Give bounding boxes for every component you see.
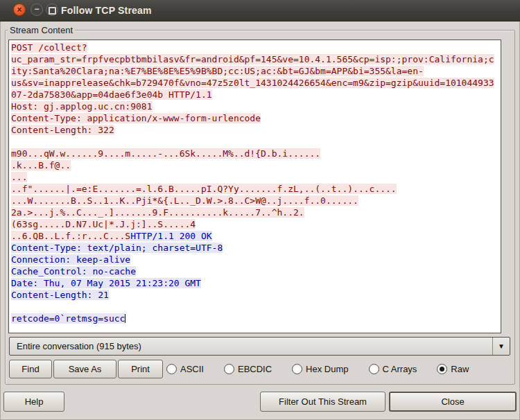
print-button[interactable]: Print <box>118 360 163 378</box>
follow-tcp-stream-window: × − Follow TCP Stream Stream Content POS… <box>0 0 520 420</box>
client-data-text: Content-Type: application/x-www-form-url… <box>11 113 261 123</box>
stream-line: Host: gj.applog.uc.cn:9081 <box>11 100 501 112</box>
radio-label: Raw <box>451 364 469 374</box>
client-data-text: (63sg.....D.N7.Uc|*.J.j:]..S.....4 <box>11 219 196 229</box>
radio-circle-icon <box>224 364 234 374</box>
find-button[interactable]: Find <box>9 360 52 378</box>
client-data-text: us&sv=inapprelease&chk=b729470f&vno=47z5… <box>11 78 494 88</box>
stream-line: POST /collect? <box>11 42 501 53</box>
client-data-text: m90...qW.w......9....m.....-...6Sk.....M… <box>11 148 320 159</box>
stream-content-label: Stream Content <box>8 25 75 35</box>
stream-line: ...W.......B..S..1..K..Pji*&{.L.._D.W.>.… <box>11 195 501 207</box>
radio-circle-icon <box>369 364 379 374</box>
help-button[interactable]: Help <box>3 392 64 412</box>
radio-circle-icon <box>292 364 302 374</box>
radio-hex-dump[interactable]: Hex Dump <box>292 364 348 374</box>
client-data-text: ...W.......B..S..1..K..Pji*&{.L.._D.W.>.… <box>11 195 358 206</box>
server-data-text: Connection: keep-alive <box>11 254 130 265</box>
server-data-text: Cache_Control: no-cache <box>11 266 136 277</box>
close-button[interactable]: Close <box>389 392 517 412</box>
maximize-square-icon <box>49 7 56 15</box>
server-data-text: Content-Type: text/plain; charset=UTF-8 <box>11 243 223 253</box>
stream-line: .k...B.f@.. <box>11 159 501 171</box>
server-data-text: HTTP/1.1 200 OK <box>130 231 211 241</box>
client-data-text: Host: gj.applog.uc.cn:9081 <box>11 101 153 112</box>
stream-line: 2a.>...j.%..C..._.].......9.F..........k… <box>11 207 501 218</box>
stream-line: 07-2da75830&app=04dae6f3e04b HTTP/1.1 <box>11 89 501 100</box>
client-data-text: ity:Santa%20Clara;na:%E7%BE%8E%E5%9B%BD;… <box>11 66 424 76</box>
client-data-text: ..6.QB..L.f.:r...C...S <box>11 231 130 241</box>
stream-line: ity:Santa%20Clara;na:%E7%BE%8E%E5%9B%BD;… <box>11 65 501 77</box>
stream-line: retcode=0`retmsg=succ <box>11 313 501 324</box>
radio-label: ASCII <box>180 364 204 374</box>
chevron-down-icon: ▼ <box>493 338 510 355</box>
radio-c-arrays[interactable]: C Arrays <box>369 364 417 374</box>
text-cursor <box>125 314 125 323</box>
stream-line: Content-Length: 322 <box>11 124 501 136</box>
stream-line: Content-Length: 21 <box>11 289 501 301</box>
stream-line: (63sg.....D.N7.Uc|*.J.j:]..S.....4 <box>11 218 501 230</box>
radio-label: C Arrays <box>383 364 417 374</box>
server-data-text: retcode=0`retmsg=succ <box>11 313 125 324</box>
dropdown-arrow-button[interactable]: ▼ <box>492 338 510 355</box>
stream-line: Content-Type: application/x-www-form-url… <box>11 112 501 124</box>
stream-line: ..f"......|.=e:E.......=.l.6.B.....pI.Q?… <box>11 183 501 195</box>
client-data-text: .k...B.f@.. <box>11 160 71 170</box>
radio-label: Hex Dump <box>306 364 348 374</box>
server-data-text: Date: Thu, 07 May 2015 21:23:20 GMT <box>11 278 201 288</box>
radio-circle-icon <box>166 364 177 374</box>
stream-line: Cache_Control: no-cache <box>11 265 501 277</box>
client-data-text: ... <box>11 172 27 182</box>
server-data-text: Content-Length: 21 <box>11 290 109 300</box>
stream-content-textarea[interactable]: POST /collect?uc_param_str=frpfvecpbtbmb… <box>8 40 501 333</box>
display-mode-radios: ASCIIEBCDICHex DumpC ArraysRaw <box>166 360 469 378</box>
window-title: Follow TCP Stream <box>61 0 152 21</box>
client-data-text: 2a.>...j.%..C..._.].......9.F..........k… <box>11 207 304 218</box>
stream-line: ..6.QB..L.f.:r...C...SHTTP/1.1 200 OK <box>11 230 501 242</box>
dropdown-selected-value: Entire conversation (915 bytes) <box>17 338 141 355</box>
client-data-text: ..f"......|.=e:E.......=.l.6.B.....pI.Q?… <box>11 184 397 194</box>
radio-ascii[interactable]: ASCII <box>166 364 204 374</box>
filter-out-this-stream-button[interactable]: Filter Out This Stream <box>260 392 385 412</box>
radio-circle-icon <box>437 364 447 374</box>
conversation-range-dropdown[interactable]: Entire conversation (915 bytes) ▼ <box>9 337 510 356</box>
stream-line <box>11 301 501 313</box>
stream-line: uc_param_str=frpfvecpbtbmbilasv&fr=andro… <box>11 53 501 65</box>
maximize-window-icon[interactable] <box>46 3 58 16</box>
minimize-window-icon[interactable]: − <box>31 3 43 16</box>
radio-raw[interactable]: Raw <box>437 364 469 374</box>
stream-line: m90...qW.w......9....m.....-...6Sk.....M… <box>11 148 501 159</box>
stream-line: Date: Thu, 07 May 2015 21:23:20 GMT <box>11 277 501 289</box>
client-data-text: 07-2da75830&app=04dae6f3e04b HTTP/1.1 <box>11 89 212 100</box>
save-as-button[interactable]: Save As <box>53 360 116 378</box>
radio-label: EBCDIC <box>238 364 272 374</box>
client-data-text: POST /collect? <box>11 42 87 53</box>
titlebar[interactable]: × − Follow TCP Stream <box>0 0 520 21</box>
stream-line: Content-Type: text/plain; charset=UTF-8 <box>11 242 501 254</box>
stream-line: Connection: keep-alive <box>11 254 501 265</box>
client-data-text: uc_param_str=frpfvecpbtbmbilasv&fr=andro… <box>11 54 494 64</box>
stream-line: ... <box>11 171 501 183</box>
stream-line <box>11 136 501 148</box>
radio-ebcdic[interactable]: EBCDIC <box>224 364 272 374</box>
close-window-icon[interactable]: × <box>13 3 26 16</box>
client-data-text: Content-Length: 322 <box>11 125 114 135</box>
stream-line: us&sv=inapprelease&chk=b729470f&vno=47z5… <box>11 77 501 89</box>
